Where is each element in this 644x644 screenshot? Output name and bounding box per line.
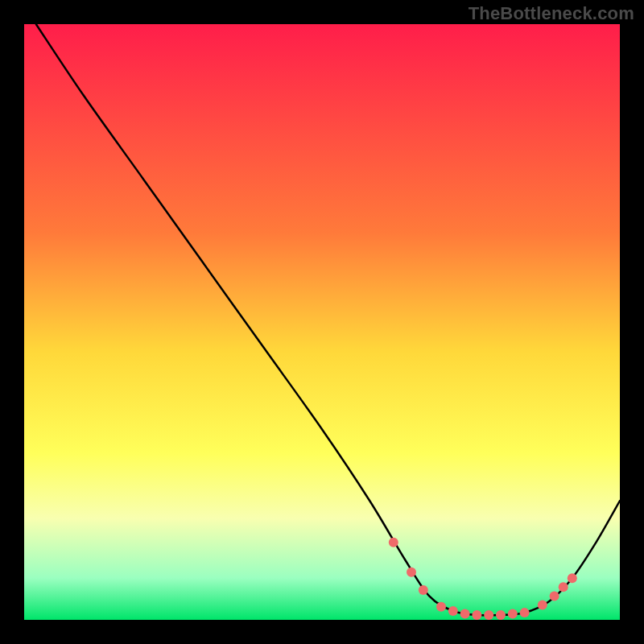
data-marker xyxy=(496,610,506,620)
data-marker xyxy=(559,582,568,592)
data-marker xyxy=(538,601,547,610)
data-marker xyxy=(407,568,416,577)
plot-background xyxy=(24,24,620,620)
data-marker xyxy=(508,609,518,619)
data-marker xyxy=(520,608,530,617)
chart-frame: TheBottleneck.com xyxy=(0,0,644,644)
watermark-text: TheBottleneck.com xyxy=(469,3,634,24)
data-marker xyxy=(389,538,398,547)
data-marker xyxy=(472,610,481,620)
data-marker xyxy=(448,606,458,616)
data-marker xyxy=(484,610,493,620)
data-marker xyxy=(419,585,428,595)
data-marker xyxy=(568,573,577,583)
plot-area xyxy=(24,24,620,620)
data-marker xyxy=(436,602,446,612)
chart-svg xyxy=(24,24,620,620)
data-marker xyxy=(460,609,470,619)
data-marker xyxy=(550,591,559,601)
